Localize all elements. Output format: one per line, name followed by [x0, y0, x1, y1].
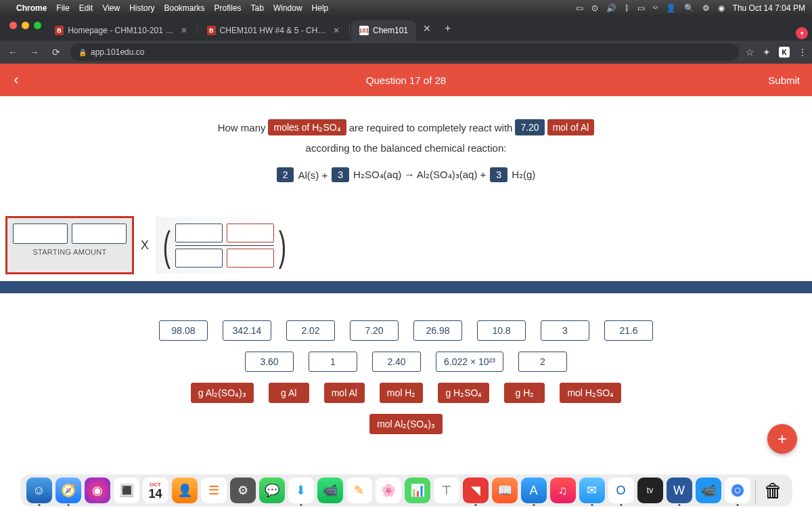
trash-icon[interactable]: 🗑 [761, 478, 786, 503]
denominator-value-slot[interactable] [175, 249, 223, 268]
notes-icon[interactable]: ✎ [346, 478, 372, 503]
numbers-icon[interactable]: 📊 [405, 478, 430, 503]
number-tile[interactable]: 2.02 [286, 320, 335, 341]
settings-icon[interactable]: ⚙ [230, 478, 256, 503]
starting-value-slot[interactable] [13, 224, 68, 244]
new-tab-button[interactable]: + [438, 22, 457, 35]
unit-tile[interactable]: g Al [269, 383, 309, 403]
starting-unit-slot[interactable] [72, 224, 127, 244]
reminders-icon[interactable]: ☰ [201, 478, 227, 503]
profile-badge[interactable]: K [779, 47, 790, 58]
number-tile[interactable]: 3.60 [245, 352, 294, 372]
menu-history[interactable]: History [129, 3, 154, 13]
menu-file[interactable]: File [56, 3, 69, 13]
bookmark-star-icon[interactable]: ☆ [746, 47, 754, 58]
close-tab-icon[interactable]: ✕ [333, 26, 340, 35]
number-tile[interactable]: 7.20 [350, 320, 399, 341]
submit-button[interactable]: Submit [768, 75, 812, 86]
forward-button[interactable]: → [27, 47, 42, 58]
appletv-icon[interactable]: tv [637, 478, 663, 503]
starting-amount-box[interactable]: STARTING AMOUNT [5, 216, 134, 274]
screenmirror-icon[interactable]: ▭ [576, 3, 583, 13]
photos-icon[interactable]: 🌸 [376, 478, 401, 503]
music-icon[interactable]: ♫ [550, 478, 576, 503]
number-tile[interactable]: 98.08 [159, 320, 208, 341]
menu-window[interactable]: Window [273, 3, 302, 13]
minimize-window-icon[interactable] [22, 22, 29, 29]
unit-tile[interactable]: g H₂ [504, 383, 545, 403]
numerator-value-slot[interactable] [175, 224, 223, 242]
close-tab-icon[interactable]: ✕ [181, 26, 187, 35]
number-tile[interactable]: 2 [518, 352, 567, 372]
finder-icon[interactable]: ☺ [26, 478, 52, 503]
add-factor-fab[interactable]: + [767, 424, 797, 454]
play-icon[interactable]: ⊙ [591, 3, 598, 13]
back-arrow-button[interactable]: ‹ [0, 71, 32, 89]
unit-tile[interactable]: mol Al [324, 383, 365, 403]
volume-icon[interactable]: 🔊 [606, 3, 616, 13]
number-tile[interactable]: 342.14 [223, 320, 271, 341]
facetime-icon[interactable]: 📹 [317, 478, 343, 503]
fullscreen-window-icon[interactable] [34, 22, 41, 29]
siri-dock-icon[interactable]: ◉ [85, 478, 110, 503]
launchpad-icon[interactable]: 🔳 [114, 478, 139, 503]
chrome-menu-icon[interactable]: ⋮ [798, 47, 807, 58]
denominator-unit-slot[interactable] [227, 249, 274, 268]
menu-tab[interactable]: Tab [251, 3, 264, 13]
menubar-app[interactable]: Chrome [16, 3, 47, 13]
messages-icon[interactable]: 💬 [259, 478, 285, 503]
spotlight-icon[interactable]: 🔍 [684, 3, 694, 13]
contacts-icon[interactable]: 👤 [172, 478, 198, 503]
chrome-dock-icon[interactable] [725, 478, 750, 503]
siri-icon[interactable]: ◉ [718, 3, 725, 13]
address-bar[interactable]: 🔒 app.101edu.co [70, 43, 739, 61]
window-controls[interactable] [5, 22, 47, 36]
unit-tile[interactable]: g Al₂(SO₄)₃ [191, 383, 254, 403]
numerator-unit-slot[interactable] [227, 224, 274, 242]
appstore-icon[interactable]: A [521, 478, 547, 503]
calendar-icon[interactable]: OCT 14 [143, 478, 168, 503]
pocket-extension-icon[interactable] [796, 27, 808, 39]
tab-chem101-hw[interactable]: B CHEM101 HW #4 & 5 - CHM110 ✕ [199, 20, 348, 41]
menubar-clock[interactable]: Thu Oct 14 7:04 PM [733, 3, 805, 13]
close-active-tab-icon[interactable]: ✕ [416, 23, 438, 34]
menu-help[interactable]: Help [312, 3, 329, 13]
unit-tile[interactable]: mol Al₂(SO₄)₃ [369, 414, 443, 434]
app-icon[interactable]: ◥ [463, 478, 489, 503]
safari-icon[interactable]: 🧭 [55, 478, 81, 503]
number-tile[interactable]: 1 [309, 352, 357, 372]
unit-tile[interactable]: mol H₂ [380, 383, 424, 403]
number-tile[interactable]: 26.98 [413, 320, 462, 341]
bluetooth-icon[interactable]: ᛒ [625, 3, 629, 13]
books-icon[interactable]: 📖 [492, 478, 518, 503]
number-tile[interactable]: 2.40 [372, 352, 421, 372]
target-quantity-chip: moles of H₂SO₄ [268, 119, 346, 135]
podcasts-icon[interactable]: ⊤ [434, 478, 459, 503]
tab-chem101-active[interactable]: 101 Chem101 [351, 20, 416, 41]
user-icon[interactable]: 👤 [666, 3, 676, 13]
app-icon[interactable]: ⬇ [288, 478, 314, 503]
menu-bookmarks[interactable]: Bookmarks [164, 3, 205, 13]
number-tile[interactable]: 10.8 [477, 320, 526, 341]
wifi-icon[interactable]: ⌔ [653, 3, 658, 13]
close-window-icon[interactable] [9, 22, 17, 29]
reload-button[interactable]: ⟳ [49, 47, 64, 58]
word-icon[interactable]: W [667, 478, 692, 503]
battery-icon[interactable]: ▭ [637, 3, 645, 13]
menu-view[interactable]: View [102, 3, 120, 13]
number-tile[interactable]: 21.6 [604, 320, 653, 341]
mail-icon[interactable]: ✉ [579, 478, 605, 503]
unit-tile[interactable]: g H₂SO₄ [438, 383, 489, 403]
tab-homepage[interactable]: B Homepage - CHM110-201 Gen ✕ [47, 20, 196, 41]
conversion-factor[interactable]: ( ) [156, 217, 293, 274]
menu-profiles[interactable]: Profiles [215, 3, 242, 13]
control-center-icon[interactable]: ⚙ [702, 3, 710, 13]
extensions-icon[interactable]: ✦ [763, 47, 771, 58]
number-tile[interactable]: 3 [541, 320, 589, 341]
number-tile[interactable]: 6.022 × 10²³ [436, 352, 503, 372]
zoom-icon[interactable]: 📹 [696, 478, 721, 503]
unit-tile[interactable]: mol H₂SO₄ [560, 383, 621, 403]
outlook-icon[interactable]: O [608, 478, 634, 503]
back-button[interactable]: ← [5, 47, 20, 58]
menu-edit[interactable]: Edit [79, 3, 93, 13]
